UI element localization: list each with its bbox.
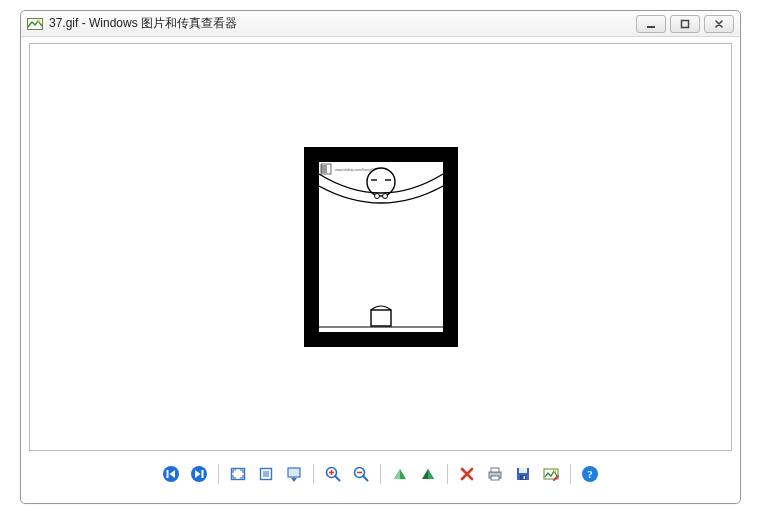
save-button[interactable] — [512, 463, 534, 485]
svg-rect-43 — [519, 468, 527, 473]
svg-point-47 — [554, 470, 557, 473]
svg-rect-20 — [202, 470, 204, 478]
toolbar-separator — [218, 464, 219, 484]
close-button[interactable] — [704, 15, 734, 33]
zoom-out-button[interactable] — [350, 463, 372, 485]
zoom-in-button[interactable] — [322, 463, 344, 485]
viewer-body: www.shiliuyi.com/funny/531876.0 — [29, 43, 732, 451]
maximize-button[interactable] — [670, 15, 700, 33]
svg-rect-17 — [167, 470, 169, 478]
next-button[interactable] — [188, 463, 210, 485]
actual-size-button[interactable] — [255, 463, 277, 485]
slideshow-button[interactable] — [283, 463, 305, 485]
title-sep: - — [78, 16, 89, 30]
minimize-button[interactable] — [636, 15, 666, 33]
svg-marker-36 — [394, 469, 400, 479]
svg-line-29 — [335, 476, 340, 481]
toolbar-separator — [380, 464, 381, 484]
svg-rect-44 — [520, 475, 526, 480]
svg-rect-40 — [491, 468, 499, 472]
svg-text:?: ? — [587, 468, 593, 480]
print-button[interactable] — [484, 463, 506, 485]
svg-marker-38 — [428, 469, 434, 479]
svg-rect-24 — [263, 471, 269, 477]
svg-rect-45 — [524, 476, 526, 479]
delete-button[interactable] — [456, 463, 478, 485]
image-stage: www.shiliuyi.com/funny/531876.0 — [30, 44, 731, 450]
title-appname: Windows 图片和传真查看器 — [89, 16, 237, 30]
best-fit-button[interactable] — [227, 463, 249, 485]
svg-point-1 — [38, 19, 41, 22]
svg-point-12 — [374, 194, 379, 199]
svg-rect-25 — [288, 468, 300, 477]
app-icon — [27, 16, 43, 32]
rotate-cw-button[interactable] — [417, 463, 439, 485]
app-window: 37.gif - Windows 图片和传真查看器 — [20, 10, 741, 504]
svg-rect-3 — [682, 20, 689, 27]
edit-button[interactable] — [540, 463, 562, 485]
toolbar-separator — [447, 464, 448, 484]
rotate-ccw-button[interactable] — [389, 463, 411, 485]
help-button[interactable]: ? — [579, 463, 601, 485]
toolbar-separator — [570, 464, 571, 484]
displayed-image: www.shiliuyi.com/funny/531876.0 — [304, 147, 458, 347]
title-filename: 37.gif — [49, 16, 78, 30]
svg-point-13 — [382, 194, 387, 199]
titlebar[interactable]: 37.gif - Windows 图片和传真查看器 — [21, 11, 740, 37]
window-title: 37.gif - Windows 图片和传真查看器 — [49, 15, 636, 32]
svg-rect-14 — [371, 310, 391, 326]
svg-point-9 — [367, 168, 395, 196]
toolbar-separator — [313, 464, 314, 484]
toolbar: ? — [21, 457, 740, 491]
previous-button[interactable] — [160, 463, 182, 485]
window-controls — [636, 15, 734, 33]
svg-rect-41 — [491, 476, 499, 480]
svg-line-33 — [363, 476, 368, 481]
svg-rect-2 — [647, 26, 655, 28]
